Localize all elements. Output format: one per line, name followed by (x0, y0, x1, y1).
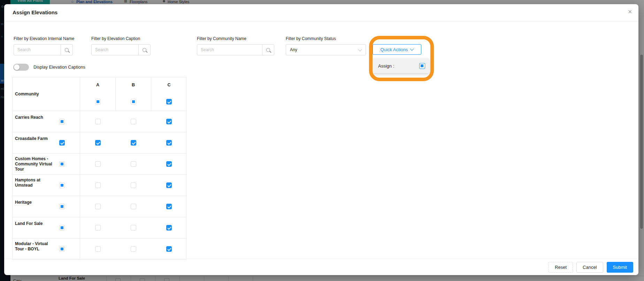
elevation-internal-name-search-input[interactable] (14, 45, 67, 55)
cell-b (116, 217, 151, 238)
column-c-select-all-checkbox[interactable] (166, 99, 172, 104)
filter-elevation-internal-name: Filter by Elevation Internal Name (14, 36, 73, 55)
column-header-c: C (151, 77, 187, 111)
cell-b (116, 175, 151, 196)
community-row-checkbox[interactable] (59, 182, 65, 188)
table-row: Modular - Virtual Tour - BOYL (13, 239, 186, 259)
community-name: Carries Reach (15, 115, 55, 120)
cell-b (116, 239, 151, 259)
elevation-a-checkbox[interactable] (95, 140, 101, 146)
cell-c (151, 154, 187, 174)
elevation-assignment-table: Community A B C Carries Reach (12, 77, 186, 260)
community-name-search-input[interactable] (197, 45, 268, 55)
assign-elevations-modal: Assign Elevations ✕ Filter by Elevation … (4, 4, 638, 275)
community-status-select[interactable]: Any (286, 44, 366, 55)
cell-a (80, 175, 116, 196)
elevation-b-checkbox[interactable] (131, 246, 136, 252)
elevation-b-checkbox[interactable] (131, 119, 136, 124)
modal-title: Assign Elevations (13, 9, 58, 15)
filter-label: Filter by Elevation Caption (91, 36, 151, 41)
community-cell: Hamptons at Umstead (13, 175, 80, 196)
elevation-c-checkbox[interactable] (166, 140, 172, 146)
cell-c (151, 196, 187, 217)
community-row-checkbox[interactable] (59, 140, 65, 146)
modal-footer: Reset Cancel Submit (4, 259, 638, 275)
column-b-select-all-checkbox[interactable] (131, 99, 136, 104)
cancel-button[interactable]: Cancel (576, 262, 603, 273)
cell-b (116, 154, 151, 174)
elevation-c-checkbox[interactable] (166, 246, 172, 252)
table-row: Heritage (13, 196, 186, 217)
community-header-label: Community (15, 92, 39, 96)
community-row-checkbox[interactable] (59, 161, 65, 167)
community-row-checkbox[interactable] (59, 246, 65, 252)
column-label: A (96, 83, 99, 87)
filter-community-status: Filter by Community Status Any (286, 36, 366, 55)
cell-a (80, 132, 116, 153)
community-cell: Modular - Virtual Tour - BOYL (13, 239, 80, 259)
elevation-c-checkbox[interactable] (166, 161, 172, 167)
elevation-a-checkbox[interactable] (95, 225, 101, 231)
elevation-a-checkbox[interactable] (95, 161, 101, 167)
magnifier-glyph (65, 48, 69, 52)
search-icon[interactable] (61, 45, 72, 55)
column-header-b: B (116, 77, 151, 111)
assign-label: Assign : (378, 63, 394, 69)
community-row-checkbox[interactable] (59, 225, 65, 231)
search-icon[interactable] (138, 45, 150, 55)
community-cell: Heritage (13, 196, 80, 217)
community-row-checkbox[interactable] (59, 204, 65, 209)
menu-item-assign[interactable]: Assign : (372, 58, 429, 73)
submit-button[interactable]: Submit (607, 262, 633, 273)
filter-community-name: Filter by Community Name (197, 36, 274, 55)
elevation-a-checkbox[interactable] (95, 119, 101, 124)
elevation-c-checkbox[interactable] (166, 182, 172, 188)
table-row: Carries Reach (13, 111, 186, 132)
reset-button[interactable]: Reset (549, 262, 573, 273)
elevation-b-checkbox[interactable] (131, 140, 136, 146)
chevron-down-icon (410, 47, 414, 50)
cell-c (151, 111, 187, 132)
community-name: Croasdaile Farm (15, 136, 55, 141)
elevation-b-checkbox[interactable] (131, 182, 136, 188)
cell-c (151, 217, 187, 238)
magnifier-glyph (266, 48, 270, 52)
community-name: Modular - Virtual Tour - BOYL (15, 241, 55, 252)
assign-checkbox[interactable] (419, 63, 425, 69)
cell-a (80, 217, 116, 238)
column-header-a: A (80, 77, 116, 111)
community-cell: Custom Homes - Community Virtual Tour (13, 154, 80, 174)
cell-b (116, 196, 151, 217)
community-cell: Carries Reach (13, 111, 80, 132)
display-elevation-captions-toggle[interactable] (13, 64, 29, 71)
elevation-a-checkbox[interactable] (95, 246, 101, 252)
table-row: Croasdaile Farm (13, 132, 186, 154)
filter-label: Filter by Community Status (286, 36, 366, 41)
elevation-a-checkbox[interactable] (95, 204, 101, 209)
cell-c (151, 239, 187, 259)
elevation-b-checkbox[interactable] (131, 161, 136, 167)
column-a-select-all-checkbox[interactable] (95, 99, 101, 104)
magnifier-glyph (143, 48, 146, 52)
close-icon[interactable]: ✕ (628, 9, 632, 14)
elevation-b-checkbox[interactable] (131, 225, 136, 231)
community-row-checkbox[interactable] (59, 119, 65, 124)
elevation-c-checkbox[interactable] (166, 119, 172, 124)
search-icon[interactable] (262, 45, 274, 55)
elevation-c-checkbox[interactable] (166, 204, 172, 209)
community-name: Land For Sale (15, 221, 55, 226)
community-name: Heritage (15, 200, 55, 205)
table-row: Hamptons at Umstead (13, 175, 186, 196)
quick-actions-menu: Assign : (372, 58, 429, 73)
cell-c (151, 175, 187, 196)
elevation-caption-search-input[interactable] (92, 45, 145, 55)
cell-b (116, 132, 151, 153)
display-captions-row: Display Elevation Captions (13, 64, 85, 71)
filter-elevation-caption: Filter by Elevation Caption (91, 36, 151, 55)
elevation-a-checkbox[interactable] (95, 182, 101, 188)
cell-a (80, 239, 116, 259)
community-name: Hamptons at Umstead (15, 178, 55, 188)
quick-actions-button[interactable]: Quick Actions (373, 44, 421, 55)
elevation-b-checkbox[interactable] (131, 204, 136, 209)
elevation-c-checkbox[interactable] (166, 225, 172, 231)
